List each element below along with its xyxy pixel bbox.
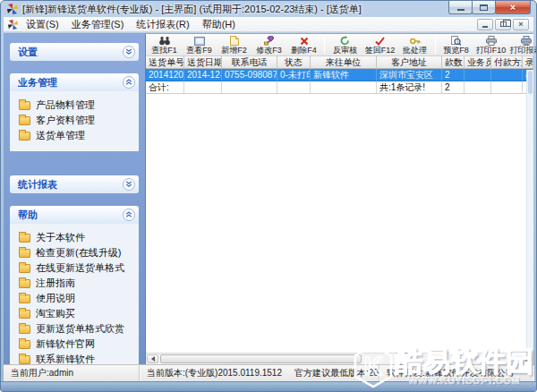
column-header[interactable]: 联系电话 [222,56,277,69]
cell-count[interactable]: 2 [442,69,465,81]
folder-icon [19,355,30,364]
toolbar-separator [324,36,325,54]
chevron-down-icon[interactable] [123,178,135,191]
totals-cell [222,81,277,94]
mdi-restore-button[interactable] [495,19,511,30]
mdi-close-button[interactable]: × [513,19,529,30]
menu-help[interactable]: 帮助(H) [196,17,242,32]
find-button[interactable]: 查找F1 [147,34,182,55]
add-button[interactable]: 新增F2 [217,34,251,55]
scroll-left-button[interactable] [147,354,158,363]
horizontal-scroll-thumb[interactable] [160,354,362,363]
print-report-button[interactable]: 打印报表 [508,34,537,55]
horizontal-scrollbar[interactable] [146,353,533,364]
cell-status[interactable]: 0-未打印 [277,69,311,81]
sidebar-item-product-materials[interactable]: 产品物料管理 [19,98,135,113]
mdi-minimize-icon [482,26,488,28]
scroll-right-button[interactable] [521,354,533,363]
status-min-version: 官方建议最低版本:2015.0119.1500 [294,367,379,379]
cell-date[interactable]: 2014-12-15 [184,69,222,81]
sidebar-item-about[interactable]: 关于本软件 [19,230,135,245]
nav-item-label: 客户资料管理 [36,114,95,127]
magnifier-page-icon [451,35,461,46]
table-row[interactable]: 2014120001 2014-12-15 0755-09808745 0-未打… [146,69,533,81]
red-check-icon [375,35,385,46]
view-button[interactable]: 查看F9 [182,34,217,55]
toolbar-label: 查找F1 [151,46,177,55]
nav-item-label: 产品物料管理 [36,98,95,112]
column-header[interactable]: 状态 [277,56,311,69]
totals-count: 2 [442,81,465,94]
column-header[interactable]: 送货单号 [146,56,184,69]
sidebar-item-user-manual[interactable]: 使用说明 [19,291,135,306]
cell-payment[interactable] [491,69,523,81]
sidebar-header-business[interactable]: 业务管理 [10,73,139,91]
close-icon: × [510,3,516,13]
cell-company[interactable]: 新锋软件 [311,69,377,81]
menu-settings[interactable]: 设置(S) [20,17,65,32]
batch-button[interactable]: 批处理 [397,34,432,55]
minimize-button[interactable] [448,1,473,14]
preview-button[interactable]: 预览F8 [439,34,473,55]
cell-order-no[interactable]: 2014120001 [146,69,184,81]
sidebar-header-settings[interactable]: 设置 [10,43,139,61]
mdi-minimize-button[interactable] [477,19,493,30]
status-bar: 当前用户:admin 当前版本:(专业版)2015.0119.1512 官方建议… [4,364,533,381]
window-title: [新锋]新锋送货单软件(专业版) - [主界面] (试用期于:2015-02-2… [22,3,362,16]
chevron-up-icon[interactable] [123,209,135,221]
menu-reports[interactable]: 统计报表(R) [130,17,195,32]
column-header[interactable]: 客户地址 [377,56,442,69]
column-header[interactable]: 送货日期 [184,56,222,69]
section-title: 设置 [18,46,38,59]
status-version-panel: 当前版本:(专业版)2015.0119.1512 官方建议最低版本:2015.0… [140,365,379,381]
sidebar-item-customer-data[interactable]: 客户资料管理 [19,113,135,128]
cell-phone[interactable]: 0755-09808745 [222,69,277,81]
sidebar-item-check-update[interactable]: 检查更新(在线升级) [19,245,135,260]
sidebar: 设置 业务管理 产品物料管理 客户资料管理 送货单管理 [4,34,145,364]
toolbar-label: 预览F8 [443,46,469,55]
column-header[interactable]: 款数 [442,56,465,69]
cell-salesman[interactable] [465,69,491,81]
section-title: 业务管理 [18,76,57,89]
vertical-scrollbar[interactable] [526,70,533,353]
table-totals-row: 合计: 共:1条记录! 2 [146,81,533,94]
sidebar-section-reports: 统计报表 [10,175,139,193]
sidebar-body-business: 产品物料管理 客户资料管理 送货单管理 [10,91,139,151]
main-panel: 查找F1 查看F9 新增F2 [145,34,533,364]
sidebar-item-online-format-update[interactable]: 在线更新送货单格式 [19,260,135,276]
maximize-button[interactable] [472,1,496,14]
sidebar-item-taobao-buy[interactable]: 淘宝购买 [19,306,135,321]
sidebar-header-help[interactable]: 帮助 [10,206,139,224]
minimize-icon [457,9,465,11]
totals-label: 合计: [146,81,184,94]
sign-back-button[interactable]: 签回F12 [362,34,397,55]
folder-icon [19,116,30,125]
print-button[interactable]: 打印F10 [473,34,508,55]
folder-icon [19,294,30,303]
column-header[interactable]: 录 [523,56,533,69]
sidebar-header-reports[interactable]: 统计报表 [10,175,139,193]
menu-business[interactable]: 业务管理(S) [65,17,131,32]
sidebar-item-register-guide[interactable]: 注册指南 [19,276,135,291]
sidebar-item-official-site[interactable]: 新锋软件官网 [19,337,135,352]
vertical-scroll-thumb[interactable] [528,71,533,94]
sidebar-item-format-gallery[interactable]: 更新送货单格式欣赏 [19,321,135,337]
toolbar-label: 新增F2 [221,46,247,55]
delete-button[interactable]: 删除F4 [286,34,321,55]
cell-address[interactable]: 深圳市宝安区 [377,69,442,81]
status-current-user: 当前用户:admin [4,365,140,381]
chevron-up-icon[interactable] [123,76,135,89]
close-button[interactable]: × [495,1,531,14]
column-header[interactable]: 来往单位 [311,56,377,69]
chevron-down-icon[interactable] [123,46,135,58]
nav-item-label: 在线更新送货单格式 [36,261,124,275]
sidebar-item-contact[interactable]: 联系新锋软件 [19,352,135,364]
unaudit-button[interactable]: 反审核 [328,34,362,55]
maximize-icon [480,4,488,11]
column-header[interactable]: 付款方式 [491,56,523,69]
sidebar-section-settings: 设置 [10,43,139,61]
column-header[interactable]: 业务员 [465,56,491,69]
sidebar-item-delivery-orders[interactable]: 送货单管理 [19,128,135,143]
edit-button[interactable]: 修改F3 [251,34,286,55]
red-x-icon [300,35,309,46]
